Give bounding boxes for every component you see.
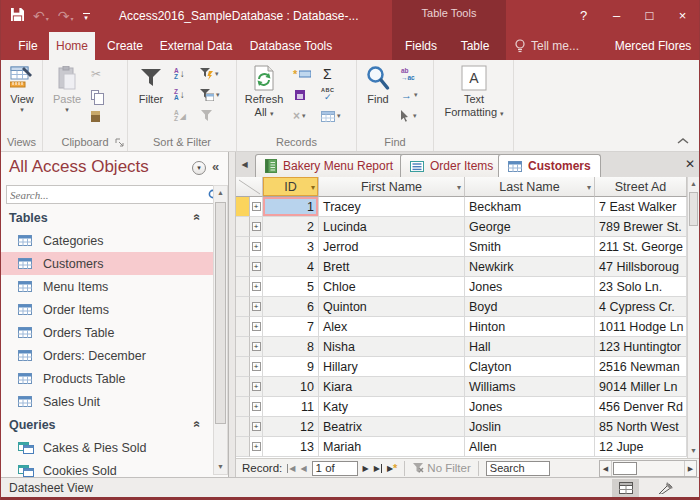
sort-ascending-button[interactable]: AZ↓ bbox=[174, 65, 185, 83]
row-selector[interactable] bbox=[236, 277, 250, 297]
cell-street[interactable]: 2516 Newman bbox=[595, 357, 687, 377]
replace-button[interactable]: ab→ac bbox=[401, 65, 415, 83]
nav-item-products-table[interactable]: Products Table bbox=[1, 367, 213, 390]
nav-scrollbar-thumb[interactable] bbox=[215, 202, 226, 424]
row-selector[interactable] bbox=[236, 217, 250, 237]
column-header-last-name[interactable]: Last Name▾ bbox=[465, 177, 595, 197]
row-selector[interactable] bbox=[236, 337, 250, 357]
cell-first-name[interactable]: Quinton bbox=[319, 297, 465, 317]
row-selector[interactable] bbox=[236, 237, 250, 257]
cell-last-name[interactable]: Allen bbox=[465, 437, 595, 457]
cell-street[interactable]: 789 Brewer St. bbox=[595, 217, 687, 237]
cell-first-name[interactable]: Katy bbox=[319, 397, 465, 417]
row-selector[interactable] bbox=[236, 437, 250, 457]
cell-last-name[interactable]: Boyd bbox=[465, 297, 595, 317]
cell-street[interactable]: 1011 Hodge Ln bbox=[595, 317, 687, 337]
selection-filter-button[interactable]: ▾ bbox=[200, 65, 219, 83]
nav-item-menu-items[interactable]: Menu Items bbox=[1, 275, 213, 298]
scroll-right-icon[interactable]: ▶ bbox=[684, 461, 696, 476]
tab-fields[interactable]: Fields bbox=[397, 32, 445, 60]
cell-last-name[interactable]: Beckham bbox=[465, 197, 595, 217]
copy-button[interactable] bbox=[91, 86, 99, 104]
datasheet-view-button[interactable] bbox=[612, 479, 639, 497]
cell-last-name[interactable]: Jones bbox=[465, 397, 595, 417]
row-expander[interactable]: + bbox=[250, 237, 263, 257]
close-button[interactable]: × bbox=[666, 0, 699, 32]
save-record-button[interactable] bbox=[295, 86, 305, 104]
dialog-launcher-icon[interactable] bbox=[115, 138, 124, 147]
nav-item-cakes-pies-sold[interactable]: Cakes & Pies Sold bbox=[1, 436, 213, 459]
column-header-street[interactable]: Street Ad bbox=[595, 177, 687, 197]
cell-first-name[interactable]: Chloe bbox=[319, 277, 465, 297]
cell-last-name[interactable]: Joslin bbox=[465, 417, 595, 437]
paste-button[interactable]: Paste ▾ bbox=[49, 63, 85, 113]
customize-qat-button[interactable]: ▾ bbox=[83, 13, 90, 20]
totals-button[interactable]: Σ bbox=[323, 65, 332, 83]
cell-first-name[interactable]: Jerrod bbox=[319, 237, 465, 257]
nav-item-cookies-sold[interactable]: Cookies Sold bbox=[1, 459, 213, 477]
cell-id-active[interactable]: 1 bbox=[263, 197, 319, 217]
select-button[interactable]: ▾ bbox=[401, 107, 417, 125]
cell-street[interactable]: 23 Solo Ln. bbox=[595, 277, 687, 297]
save-button[interactable] bbox=[11, 7, 24, 25]
vertical-scrollbar-thumb[interactable] bbox=[689, 192, 698, 226]
view-button[interactable]: View ▾ bbox=[5, 63, 39, 113]
tab-home-active[interactable]: Home bbox=[49, 32, 95, 60]
row-expander[interactable]: + bbox=[250, 357, 263, 377]
text-formatting-button[interactable]: A Text Formatting ▾ bbox=[442, 63, 506, 119]
cell-last-name[interactable]: Hall bbox=[465, 337, 595, 357]
sort-descending-button[interactable]: ZA↓ bbox=[174, 86, 185, 104]
nav-item-orders-table[interactable]: Orders Table bbox=[1, 321, 213, 344]
cell-id[interactable]: 9 bbox=[263, 357, 319, 377]
scroll-down-icon[interactable]: ▼ bbox=[688, 444, 699, 458]
cell-street[interactable]: 9014 Miller Ln bbox=[595, 377, 687, 397]
tab-database-tools[interactable]: Database Tools bbox=[241, 32, 341, 60]
nav-pane-splitter[interactable] bbox=[229, 152, 236, 477]
format-painter-button[interactable] bbox=[91, 107, 100, 125]
cell-id[interactable]: 8 bbox=[263, 337, 319, 357]
row-selector[interactable] bbox=[236, 397, 250, 417]
cell-last-name[interactable]: Hinton bbox=[465, 317, 595, 337]
cell-last-name[interactable]: Smith bbox=[465, 237, 595, 257]
cell-first-name[interactable]: Nisha bbox=[319, 337, 465, 357]
nav-item-categories[interactable]: Categories bbox=[1, 229, 213, 252]
row-selector[interactable] bbox=[236, 257, 250, 277]
cell-id[interactable]: 7 bbox=[263, 317, 319, 337]
redo-button[interactable]: ↷▾ bbox=[58, 7, 74, 25]
more-records-button[interactable]: ▾ bbox=[321, 107, 341, 125]
row-expander[interactable]: + bbox=[250, 257, 263, 277]
cell-last-name[interactable]: Jones bbox=[465, 277, 595, 297]
next-record-button[interactable]: ▶ bbox=[363, 464, 369, 473]
cell-last-name[interactable]: Clayton bbox=[465, 357, 595, 377]
row-expander[interactable]: + bbox=[250, 317, 263, 337]
cell-first-name[interactable]: Kiara bbox=[319, 377, 465, 397]
remove-sort-button[interactable]: AZ◢ bbox=[174, 107, 186, 125]
row-expander[interactable]: + bbox=[250, 217, 263, 237]
cell-id[interactable]: 11 bbox=[263, 397, 319, 417]
design-view-button[interactable] bbox=[652, 479, 679, 497]
cell-first-name[interactable]: Lucinda bbox=[319, 217, 465, 237]
refresh-all-button[interactable]: Refresh All ▾ bbox=[241, 63, 287, 119]
goto-button[interactable]: →▾ bbox=[401, 86, 418, 104]
cell-first-name[interactable]: Hillary bbox=[319, 357, 465, 377]
advanced-filter-button[interactable]: ▾ bbox=[200, 86, 220, 104]
undo-button[interactable]: ↶▾ bbox=[33, 7, 49, 25]
cell-id[interactable]: 3 bbox=[263, 237, 319, 257]
cell-id[interactable]: 12 bbox=[263, 417, 319, 437]
datasheet-vertical-scrollbar[interactable]: ▲ ▼ bbox=[687, 177, 699, 458]
collapse-group-icon[interactable]: « bbox=[191, 214, 205, 221]
horizontal-scrollbar[interactable]: ◀ ▶ bbox=[599, 460, 697, 477]
tab-table[interactable]: Table bbox=[449, 32, 501, 60]
cell-id[interactable]: 6 bbox=[263, 297, 319, 317]
column-header-first-name[interactable]: First Name▾ bbox=[319, 177, 465, 197]
collapse-ribbon-button[interactable] bbox=[677, 137, 689, 145]
record-position-box[interactable]: 1 of 200 bbox=[312, 461, 358, 476]
cell-first-name[interactable]: Brett bbox=[319, 257, 465, 277]
previous-record-button[interactable]: ◀ bbox=[300, 464, 306, 473]
help-button[interactable]: ? bbox=[567, 0, 600, 32]
scroll-left-icon[interactable]: ◀ bbox=[600, 461, 612, 476]
cell-street[interactable]: 456 Denver Rd bbox=[595, 397, 687, 417]
account-name[interactable]: Merced Flores bbox=[607, 32, 699, 60]
nav-item-customers[interactable]: Customers bbox=[1, 252, 213, 275]
delete-record-button[interactable]: ×▾ bbox=[293, 107, 306, 125]
